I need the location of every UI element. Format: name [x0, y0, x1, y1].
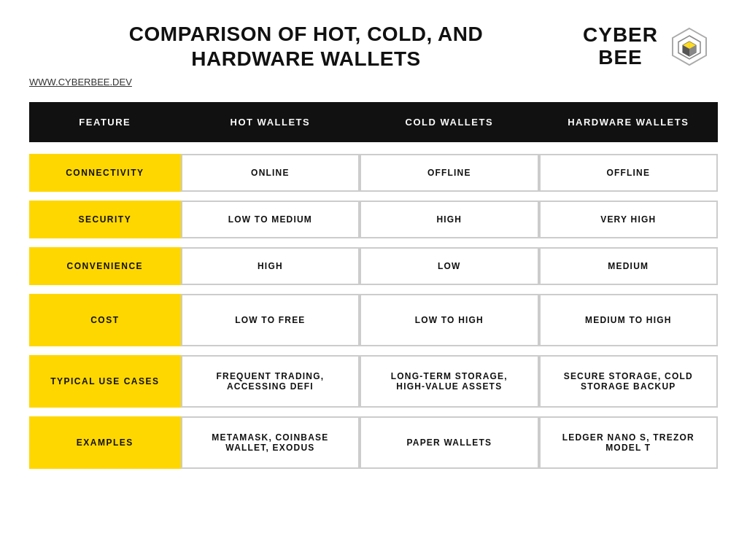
brand-text: CYBERBEE	[583, 24, 658, 69]
col-hardware: HARDWARE WALLETS	[539, 102, 718, 142]
val-cost-hot: LOW TO FREE	[181, 294, 360, 346]
spacer-row	[29, 192, 718, 201]
val-typical-hardware: SECURE STORAGE, COLD STORAGE BACKUP	[539, 355, 718, 408]
header-section: COMPARISON OF HOT, COLD, AND HARDWARE WA…	[29, 22, 718, 71]
feature-typical-use-cases: TYPICAL USE CASES	[29, 355, 181, 408]
val-examples-hot: METAMASK, COINBASE WALLET, EXODUS	[181, 416, 360, 469]
val-cost-cold: LOW TO HIGH	[360, 294, 538, 346]
val-connectivity-hot: ONLINE	[181, 154, 360, 192]
val-connectivity-cold: OFFLINE	[360, 154, 538, 192]
title-line2: HARDWARE WALLETS	[29, 47, 583, 71]
table-row: CONVENIENCE HIGH LOW MEDIUM	[29, 247, 718, 285]
page-wrapper: COMPARISON OF HOT, COLD, AND HARDWARE WA…	[29, 22, 718, 469]
comparison-table: FEATURE HOT WALLETS COLD WALLETS HARDWAR…	[29, 102, 718, 469]
val-convenience-cold: LOW	[360, 247, 538, 285]
table-row: COST LOW TO FREE LOW TO HIGH MEDIUM TO H…	[29, 294, 718, 346]
feature-examples: EXAMPLES	[29, 416, 181, 469]
title-line1: COMPARISON OF HOT, COLD, AND	[29, 22, 583, 47]
feature-security: SECURITY	[29, 201, 181, 238]
val-convenience-hardware: MEDIUM	[539, 247, 718, 285]
spacer-row	[29, 346, 718, 355]
table-row: CONNECTIVITY ONLINE OFFLINE OFFLINE	[29, 154, 718, 192]
val-convenience-hot: HIGH	[181, 247, 360, 285]
spacer-row	[29, 408, 718, 416]
val-typical-hot: FREQUENT TRADING, ACCESSING DEFI	[181, 355, 360, 408]
table-row: EXAMPLES METAMASK, COINBASE WALLET, EXOD…	[29, 416, 718, 469]
val-cost-hardware: MEDIUM TO HIGH	[539, 294, 718, 346]
val-security-hot: LOW TO MEDIUM	[181, 201, 360, 238]
val-typical-cold: LONG-TERM STORAGE, HIGH-VALUE ASSETS	[360, 355, 538, 408]
table-header-row: FEATURE HOT WALLETS COLD WALLETS HARDWAR…	[29, 102, 718, 142]
main-title: COMPARISON OF HOT, COLD, AND HARDWARE WA…	[29, 22, 583, 71]
val-connectivity-hardware: OFFLINE	[539, 154, 718, 192]
spacer-row	[29, 285, 718, 294]
val-examples-hardware: LEDGER NANO S, TREZOR MODEL T	[539, 416, 718, 469]
table-row: SECURITY LOW TO MEDIUM HIGH VERY HIGH	[29, 201, 718, 238]
brand-block: CYBERBEE	[583, 24, 718, 69]
title-block: COMPARISON OF HOT, COLD, AND HARDWARE WA…	[29, 22, 583, 71]
gap-row	[29, 142, 718, 154]
table-row: TYPICAL USE CASES FREQUENT TRADING, ACCE…	[29, 355, 718, 408]
spacer-row	[29, 238, 718, 247]
val-security-hardware: VERY HIGH	[539, 201, 718, 238]
website-link[interactable]: WWW.CYBERBEE.DEV	[29, 77, 718, 88]
val-security-cold: HIGH	[360, 201, 538, 238]
col-hot: HOT WALLETS	[181, 102, 360, 142]
feature-cost: COST	[29, 294, 181, 346]
col-feature: FEATURE	[29, 102, 181, 142]
feature-connectivity: CONNECTIVITY	[29, 154, 181, 192]
brand-logo-icon	[668, 26, 711, 68]
feature-convenience: CONVENIENCE	[29, 247, 181, 285]
val-examples-cold: PAPER WALLETS	[360, 416, 538, 469]
col-cold: COLD WALLETS	[360, 102, 538, 142]
